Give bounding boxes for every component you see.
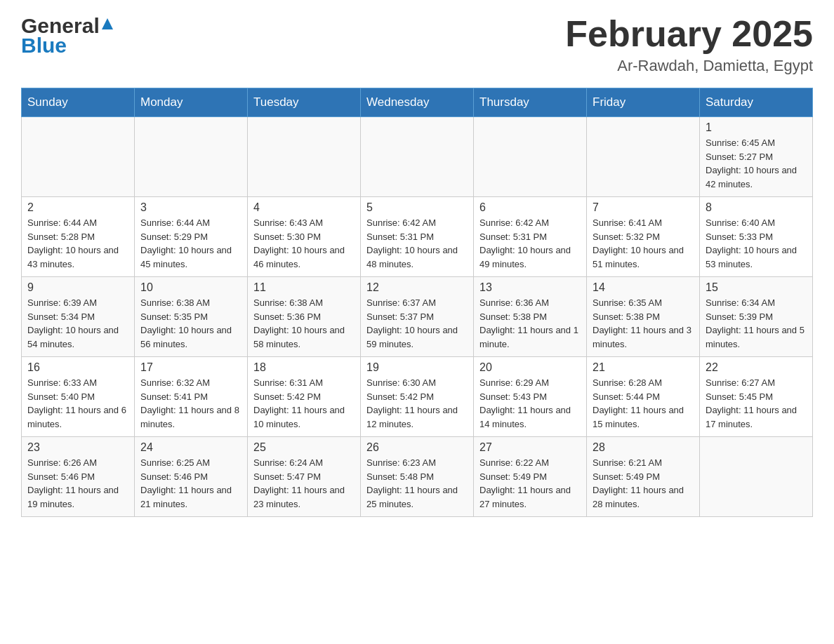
day-number: 13 (479, 281, 581, 294)
day-info: Sunrise: 6:37 AM Sunset: 5:37 PM Dayligh… (366, 296, 468, 351)
day-info: Sunrise: 6:35 AM Sunset: 5:38 PM Dayligh… (593, 296, 694, 351)
calendar-empty-cell (474, 117, 587, 197)
day-info: Sunrise: 6:38 AM Sunset: 5:35 PM Dayligh… (140, 296, 241, 351)
logo: General Blue (21, 14, 113, 58)
calendar-empty-cell (587, 117, 700, 197)
calendar-day-cell: 10Sunrise: 6:38 AM Sunset: 5:35 PM Dayli… (135, 277, 248, 357)
day-number: 6 (479, 201, 581, 214)
calendar-day-cell: 21Sunrise: 6:28 AM Sunset: 5:44 PM Dayli… (587, 357, 700, 437)
day-number: 8 (706, 201, 807, 214)
day-number: 21 (593, 361, 694, 374)
day-number: 26 (366, 441, 468, 454)
day-info: Sunrise: 6:25 AM Sunset: 5:46 PM Dayligh… (140, 456, 241, 511)
page-subtitle: Ar-Rawdah, Damietta, Egypt (565, 57, 813, 75)
day-info: Sunrise: 6:41 AM Sunset: 5:32 PM Dayligh… (593, 216, 694, 271)
day-info: Sunrise: 6:33 AM Sunset: 5:40 PM Dayligh… (27, 376, 128, 431)
calendar-day-cell: 24Sunrise: 6:25 AM Sunset: 5:46 PM Dayli… (135, 437, 248, 517)
calendar-week-row: 9Sunrise: 6:39 AM Sunset: 5:34 PM Daylig… (22, 277, 813, 357)
day-number: 4 (253, 201, 355, 214)
day-number: 24 (140, 441, 241, 454)
calendar-day-cell: 12Sunrise: 6:37 AM Sunset: 5:37 PM Dayli… (361, 277, 474, 357)
calendar-day-cell: 19Sunrise: 6:30 AM Sunset: 5:42 PM Dayli… (361, 357, 474, 437)
day-info: Sunrise: 6:44 AM Sunset: 5:29 PM Dayligh… (140, 216, 241, 271)
day-info: Sunrise: 6:44 AM Sunset: 5:28 PM Dayligh… (27, 216, 128, 271)
weekday-header: Wednesday (361, 88, 474, 117)
day-number: 10 (140, 281, 241, 294)
calendar-day-cell: 7Sunrise: 6:41 AM Sunset: 5:32 PM Daylig… (587, 197, 700, 277)
calendar-day-cell: 1Sunrise: 6:45 AM Sunset: 5:27 PM Daylig… (700, 117, 813, 197)
day-number: 17 (140, 361, 241, 374)
calendar-day-cell: 15Sunrise: 6:34 AM Sunset: 5:39 PM Dayli… (700, 277, 813, 357)
weekday-header: Tuesday (248, 88, 361, 117)
weekday-header: Thursday (474, 88, 587, 117)
calendar-day-cell: 27Sunrise: 6:22 AM Sunset: 5:49 PM Dayli… (474, 437, 587, 517)
calendar-week-row: 16Sunrise: 6:33 AM Sunset: 5:40 PM Dayli… (22, 357, 813, 437)
day-number: 27 (479, 441, 581, 454)
calendar-empty-cell (361, 117, 474, 197)
weekday-header: Friday (587, 88, 700, 117)
day-info: Sunrise: 6:26 AM Sunset: 5:46 PM Dayligh… (27, 456, 128, 511)
calendar-day-cell: 22Sunrise: 6:27 AM Sunset: 5:45 PM Dayli… (700, 357, 813, 437)
calendar-day-cell: 3Sunrise: 6:44 AM Sunset: 5:29 PM Daylig… (135, 197, 248, 277)
day-number: 2 (27, 201, 128, 214)
weekday-header: Sunday (22, 88, 135, 117)
calendar-empty-cell (22, 117, 135, 197)
calendar-day-cell: 5Sunrise: 6:42 AM Sunset: 5:31 PM Daylig… (361, 197, 474, 277)
day-info: Sunrise: 6:31 AM Sunset: 5:42 PM Dayligh… (253, 376, 355, 431)
day-number: 15 (706, 281, 807, 294)
day-info: Sunrise: 6:32 AM Sunset: 5:41 PM Dayligh… (140, 376, 241, 431)
calendar-empty-cell (248, 117, 361, 197)
page-header: General Blue February 2025 Ar-Rawdah, Da… (21, 14, 813, 75)
calendar-empty-cell (135, 117, 248, 197)
title-block: February 2025 Ar-Rawdah, Damietta, Egypt (565, 14, 813, 75)
day-number: 19 (366, 361, 468, 374)
day-number: 18 (253, 361, 355, 374)
calendar-week-row: 1Sunrise: 6:45 AM Sunset: 5:27 PM Daylig… (22, 117, 813, 197)
calendar-day-cell: 26Sunrise: 6:23 AM Sunset: 5:48 PM Dayli… (361, 437, 474, 517)
calendar-week-row: 23Sunrise: 6:26 AM Sunset: 5:46 PM Dayli… (22, 437, 813, 517)
page-title: February 2025 (565, 14, 813, 54)
calendar-day-cell: 20Sunrise: 6:29 AM Sunset: 5:43 PM Dayli… (474, 357, 587, 437)
day-info: Sunrise: 6:21 AM Sunset: 5:49 PM Dayligh… (593, 456, 694, 511)
day-number: 5 (366, 201, 468, 214)
day-info: Sunrise: 6:45 AM Sunset: 5:27 PM Dayligh… (706, 136, 807, 191)
day-info: Sunrise: 6:34 AM Sunset: 5:39 PM Dayligh… (706, 296, 807, 351)
weekday-header: Saturday (700, 88, 813, 117)
calendar-day-cell: 2Sunrise: 6:44 AM Sunset: 5:28 PM Daylig… (22, 197, 135, 277)
day-info: Sunrise: 6:29 AM Sunset: 5:43 PM Dayligh… (479, 376, 581, 431)
day-number: 20 (479, 361, 581, 374)
weekday-header: Monday (135, 88, 248, 117)
day-number: 1 (706, 121, 807, 134)
calendar-day-cell: 8Sunrise: 6:40 AM Sunset: 5:33 PM Daylig… (700, 197, 813, 277)
day-number: 11 (253, 281, 355, 294)
day-info: Sunrise: 6:22 AM Sunset: 5:49 PM Dayligh… (479, 456, 581, 511)
day-info: Sunrise: 6:42 AM Sunset: 5:31 PM Dayligh… (479, 216, 581, 271)
logo-blue-text: Blue (21, 34, 113, 58)
calendar-day-cell: 14Sunrise: 6:35 AM Sunset: 5:38 PM Dayli… (587, 277, 700, 357)
calendar-empty-cell (700, 437, 813, 517)
calendar-day-cell: 13Sunrise: 6:36 AM Sunset: 5:38 PM Dayli… (474, 277, 587, 357)
day-number: 9 (27, 281, 128, 294)
day-number: 22 (706, 361, 807, 374)
day-number: 25 (253, 441, 355, 454)
calendar-day-cell: 9Sunrise: 6:39 AM Sunset: 5:34 PM Daylig… (22, 277, 135, 357)
calendar-day-cell: 28Sunrise: 6:21 AM Sunset: 5:49 PM Dayli… (587, 437, 700, 517)
day-number: 16 (27, 361, 128, 374)
day-info: Sunrise: 6:39 AM Sunset: 5:34 PM Dayligh… (27, 296, 128, 351)
logo-triangle-icon (102, 18, 113, 29)
calendar-week-row: 2Sunrise: 6:44 AM Sunset: 5:28 PM Daylig… (22, 197, 813, 277)
day-info: Sunrise: 6:23 AM Sunset: 5:48 PM Dayligh… (366, 456, 468, 511)
calendar-day-cell: 6Sunrise: 6:42 AM Sunset: 5:31 PM Daylig… (474, 197, 587, 277)
day-number: 3 (140, 201, 241, 214)
day-info: Sunrise: 6:42 AM Sunset: 5:31 PM Dayligh… (366, 216, 468, 271)
day-info: Sunrise: 6:40 AM Sunset: 5:33 PM Dayligh… (706, 216, 807, 271)
day-info: Sunrise: 6:43 AM Sunset: 5:30 PM Dayligh… (253, 216, 355, 271)
day-info: Sunrise: 6:36 AM Sunset: 5:38 PM Dayligh… (479, 296, 581, 351)
calendar-day-cell: 25Sunrise: 6:24 AM Sunset: 5:47 PM Dayli… (248, 437, 361, 517)
calendar-day-cell: 17Sunrise: 6:32 AM Sunset: 5:41 PM Dayli… (135, 357, 248, 437)
calendar-day-cell: 23Sunrise: 6:26 AM Sunset: 5:46 PM Dayli… (22, 437, 135, 517)
calendar-day-cell: 16Sunrise: 6:33 AM Sunset: 5:40 PM Dayli… (22, 357, 135, 437)
calendar-day-cell: 11Sunrise: 6:38 AM Sunset: 5:36 PM Dayli… (248, 277, 361, 357)
day-number: 14 (593, 281, 694, 294)
day-number: 12 (366, 281, 468, 294)
